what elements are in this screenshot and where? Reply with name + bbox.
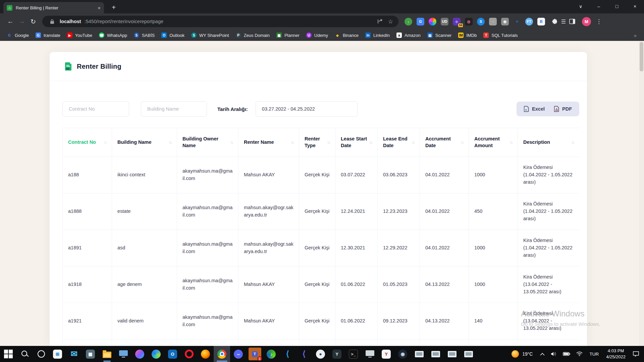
taskbar-calculator-icon[interactable]: ▦ — [82, 346, 99, 362]
column-header-lease-start-date[interactable]: Lease Start Date↑↓ — [335, 128, 378, 157]
extension-idm-icon[interactable]: ↓ — [405, 18, 412, 25]
taskbar-app-dark-tile-icon[interactable]: Y — [329, 346, 345, 362]
extension-color-wheel-icon[interactable] — [429, 18, 436, 25]
date-range-input[interactable] — [256, 101, 358, 117]
taskbar-search-icon[interactable] — [16, 346, 33, 362]
tray-chevron-icon[interactable] — [537, 353, 548, 356]
bookmark-planner[interactable]: ▦Planner — [274, 32, 302, 39]
bookmark-scanner[interactable]: ▤Scanner — [425, 32, 454, 39]
taskbar-window-app-1-icon[interactable] — [411, 346, 427, 362]
extension-purple-docs-icon[interactable]: ◆34 — [453, 18, 461, 25]
taskbar-paint3d-icon[interactable] — [131, 346, 148, 362]
column-header-accrument-amount[interactable]: Accrument Amount↑↓ — [469, 128, 518, 157]
url-bar[interactable]: localhost:5450/report/renterinvoicerepor… — [42, 16, 398, 27]
taskbar-opera-icon[interactable] — [181, 346, 197, 362]
scrollbar-thumb[interactable] — [640, 42, 643, 71]
bookmark-google[interactable]: GGoogle — [4, 32, 32, 39]
extension-ud-blocker-icon[interactable]: UD — [441, 18, 448, 25]
sort-arrows-icon[interactable]: ↑↓ — [291, 140, 293, 145]
weather-widget[interactable]: 19°C — [507, 346, 537, 362]
bookmark-whatsapp[interactable]: ☎WhatsApp — [96, 32, 130, 39]
bookmark-linkedin[interactable]: inLinkedIn — [363, 32, 392, 39]
extension-ft-icon[interactable]: FT — [525, 18, 533, 25]
taskbar-app-monitor-icon[interactable] — [362, 346, 378, 362]
language-indicator[interactable]: TUR — [586, 352, 602, 357]
bookmark-translate[interactable]: Gtranslate — [33, 32, 63, 39]
maximize-button[interactable]: □ — [608, 0, 626, 13]
pdf-button[interactable]: PDF — [554, 106, 572, 112]
taskbar-vscode-insiders-icon[interactable]: ⟨ — [296, 346, 312, 362]
column-header-building-name[interactable]: Building Name↑↓ — [112, 128, 177, 157]
extension-wave-icon[interactable]: ≈ — [513, 18, 521, 25]
browser-tab[interactable]: ⌂ Renter Billing | Renter × — [3, 2, 104, 13]
bookmark-amazon[interactable]: aAmazon — [394, 32, 423, 39]
close-button[interactable]: × — [626, 0, 644, 13]
extension-translate-icon[interactable]: G — [417, 18, 424, 25]
minimize-button[interactable]: – — [590, 0, 608, 13]
bookmark-youtube[interactable]: ▶YouTube — [64, 32, 95, 39]
sort-arrows-icon[interactable]: ↑↓ — [230, 140, 233, 145]
taskbar-firefox-icon[interactable] — [197, 346, 214, 362]
page-scrollbar[interactable] — [639, 41, 644, 346]
taskbar-vscode-icon[interactable]: ⟨ — [279, 346, 296, 362]
bookmark-sabi-s[interactable]: SSABİS — [131, 32, 157, 39]
share-icon[interactable] — [376, 19, 385, 24]
extension-camera-icon[interactable]: ◎ — [465, 18, 473, 25]
taskbar-mail-icon[interactable]: ✉ — [66, 346, 82, 362]
taskbar-window-app-2-icon[interactable] — [427, 346, 444, 362]
sort-arrows-icon[interactable]: ↑↓ — [461, 140, 463, 145]
taskbar-start-icon[interactable] — [0, 346, 16, 362]
taskbar-terminal-icon[interactable]: >_ — [345, 346, 362, 362]
taskbar-store-icon[interactable]: ⊞ — [49, 346, 66, 362]
bookmark-wy-sharepoint[interactable]: SWY SharePoint — [189, 32, 232, 39]
column-header-contract-no[interactable]: Contract No↑↓ — [63, 128, 112, 157]
bookmark-udemy[interactable]: UUdemy — [304, 32, 331, 39]
column-header-renter-name[interactable]: Renter Name↑↓ — [238, 128, 299, 157]
bookmark-binance[interactable]: ◆Binance — [332, 32, 361, 39]
extension-screen-capture-icon[interactable]: ◉ — [501, 18, 509, 25]
speaker-icon[interactable] — [548, 352, 560, 356]
taskbar-chrome-icon[interactable] — [214, 346, 230, 362]
bookmark-star-icon[interactable]: ☆ — [388, 18, 393, 25]
refresh-icon[interactable]: ↻ — [28, 16, 39, 27]
side-panel-icon[interactable] — [568, 19, 577, 24]
taskbar-cortana-icon[interactable] — [33, 346, 49, 362]
taskbar-file-explorer-icon[interactable] — [99, 346, 115, 362]
sort-arrows-icon[interactable]: ↑↓ — [509, 140, 512, 145]
extension-shield-icon[interactable]: ◌ — [489, 18, 497, 25]
column-header-description[interactable]: Description↑↓ — [518, 128, 580, 157]
taskbar-teams-icon[interactable]: T1 — [247, 346, 263, 362]
building-name-input[interactable] — [141, 101, 207, 117]
column-header-lease-end-date[interactable]: Lease End Date↑↓ — [378, 128, 420, 157]
extension-bing-icon[interactable]: B — [537, 18, 545, 25]
back-icon[interactable]: ← — [5, 16, 16, 27]
menu-dots-icon[interactable]: ⋮ — [596, 18, 602, 25]
extensions-puzzle-icon[interactable] — [550, 18, 559, 25]
bookmark-outlook[interactable]: OOutlook — [159, 32, 187, 39]
taskbar-remote-desktop-icon[interactable] — [115, 346, 131, 362]
sort-arrows-icon[interactable]: ↑↓ — [369, 140, 372, 145]
excel-button[interactable]: x Excel — [524, 106, 545, 112]
contract-no-input[interactable] — [62, 101, 129, 117]
wifi-icon[interactable] — [573, 352, 586, 356]
bookmark-imdb[interactable]: IMIMDb — [455, 32, 479, 39]
playlist-icon[interactable]: ☰ — [559, 18, 568, 25]
column-header-accrument-date[interactable]: Accrument Date↑↓ — [420, 128, 469, 157]
taskbar-clock[interactable]: 4:03 PM 4/25/2022 — [602, 348, 629, 360]
forward-icon[interactable]: → — [16, 16, 28, 27]
taskbar-outlook-app-icon[interactable]: O — [164, 346, 181, 362]
sort-arrows-icon[interactable]: ↑↓ — [571, 140, 574, 145]
bookmark-sql-tutorials[interactable]: TSQL Tutorials — [481, 32, 520, 39]
extension-shazam-icon[interactable]: S — [477, 18, 485, 25]
taskbar-idm-icon[interactable]: ↓ — [263, 346, 279, 362]
tab-search-icon[interactable]: ∨ — [572, 0, 590, 13]
taskbar-app-light-tile-icon[interactable]: Y — [378, 346, 394, 362]
taskbar-app-dark-circle-icon[interactable]: ◉ — [394, 346, 411, 362]
sort-arrows-icon[interactable]: ↑↓ — [327, 140, 330, 145]
column-header-renter-type[interactable]: Renter Type↑↓ — [299, 128, 335, 157]
bookmark-zeus-domain[interactable]: PZeus Domain — [233, 32, 272, 39]
taskbar-edge-icon[interactable] — [148, 346, 164, 362]
action-center-icon[interactable] — [629, 351, 644, 357]
bookmarks-overflow-icon[interactable]: » — [634, 33, 637, 38]
column-header-building-owner-name[interactable]: Building Owner Name↑↓ — [177, 128, 238, 157]
